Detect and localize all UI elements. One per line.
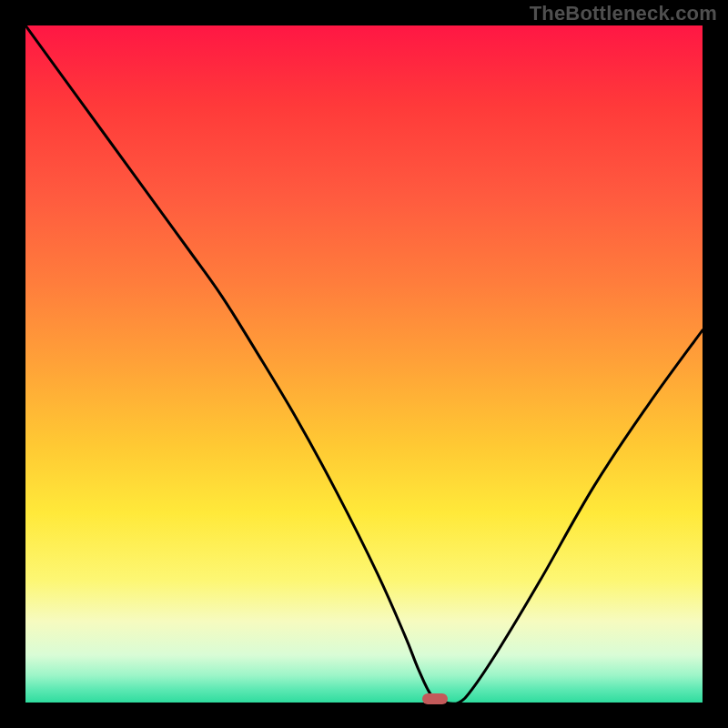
- chart-frame: TheBottleneck.com: [0, 0, 728, 728]
- bottleneck-curve: [25, 25, 703, 703]
- optimum-marker: [422, 693, 448, 704]
- watermark-text: TheBottleneck.com: [530, 2, 717, 25]
- curve-layer: [25, 25, 703, 703]
